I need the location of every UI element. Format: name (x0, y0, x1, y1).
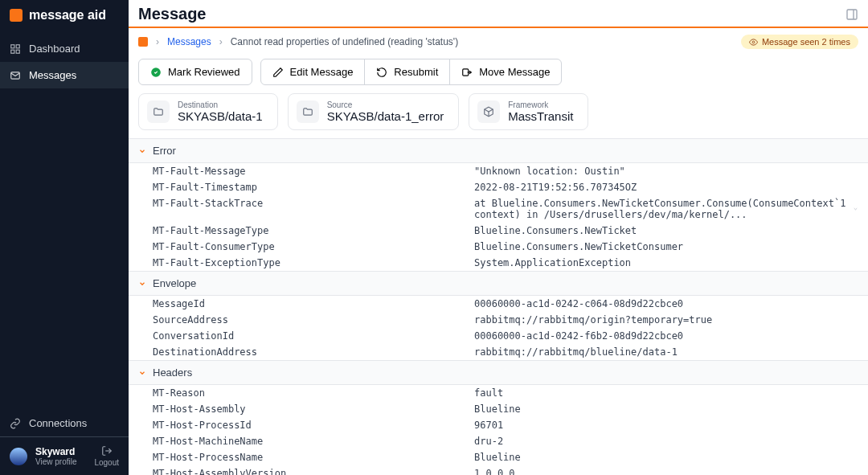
kv-row: MT-Fault-ExceptionTypeSystem.Application… (129, 255, 868, 271)
section-header-envelope[interactable]: Envelope (129, 271, 868, 296)
check-circle-icon (150, 67, 162, 78)
kv-key: MT-Fault-ConsumerType (153, 241, 474, 252)
kv-row: MT-Host-AssemblyBlueline (129, 401, 868, 417)
kv-key: MT-Host-Assembly (153, 403, 474, 415)
framework-card: Framework MassTransit (469, 93, 588, 130)
kv-key: MT-Reason (153, 387, 474, 399)
kv-value: Blueline (474, 403, 858, 415)
kv-value: 1.0.0.0 (474, 468, 858, 475)
kv-key: MT-Host-AssemblyVersion (153, 468, 474, 475)
seen-badge: Message seen 2 times (741, 35, 858, 49)
svg-rect-3 (16, 50, 19, 53)
kv-key: MT-Fault-ExceptionType (153, 257, 474, 268)
kv-key: MT-Fault-StackTrace (153, 198, 474, 220)
sections-scroll[interactable]: Error MT-Fault-Message"Unknown location:… (129, 138, 868, 475)
logout-button[interactable]: Logout (94, 445, 119, 467)
button-group: Edit Message Resubmit Move Message (260, 59, 563, 85)
kv-value: "Unknown location: Oustin" (474, 166, 858, 177)
titlebar: Message (129, 0, 868, 28)
home-icon[interactable] (138, 37, 148, 47)
kv-row: SourceAddressrabbitmq://rabbitmq/origin?… (129, 312, 868, 328)
nav: Dashboard Messages (0, 35, 129, 410)
expand-icon[interactable] (853, 204, 858, 214)
source-card: Source SKYASB/data-1_error (288, 93, 460, 130)
sidebar-item-label: Dashboard (29, 43, 80, 55)
move-icon (461, 67, 473, 78)
mark-reviewed-button[interactable]: Mark Reviewed (138, 59, 252, 85)
sidebar-item-dashboard[interactable]: Dashboard (0, 35, 129, 62)
kv-key: ConversationId (153, 330, 474, 342)
brand-text: message aid (29, 8, 106, 23)
kv-value: rabbitmq://rabbitmq/origin?temporary=tru… (474, 314, 858, 326)
cube-icon (477, 100, 500, 123)
svg-rect-2 (11, 50, 14, 53)
sidebar-item-messages[interactable]: Messages (0, 62, 129, 88)
sidebar: message aid Dashboard Messages Connectio… (0, 0, 129, 475)
envelope-icon (10, 70, 21, 81)
card-value: SKYASB/data-1_error (327, 109, 444, 123)
pencil-icon (272, 67, 284, 78)
kv-row: MT-Fault-MessageTypeBlueline.Consumers.N… (129, 223, 868, 239)
section-body-headers: MT-ReasonfaultMT-Host-AssemblyBluelineMT… (129, 385, 868, 475)
panel-toggle-icon[interactable] (845, 8, 858, 21)
kv-row: ConversationId00060000-ac1d-0242-f6b2-08… (129, 328, 868, 344)
kv-key: MT-Host-ProcessId (153, 420, 474, 431)
section-header-headers[interactable]: Headers (129, 360, 868, 385)
breadcrumb-separator: › (219, 36, 223, 47)
kv-value: fault (474, 387, 858, 399)
avatar[interactable] (10, 448, 27, 465)
kv-value: 00060000-ac1d-0242-f6b2-08d9d22cbce0 (474, 330, 858, 342)
resubmit-button[interactable]: Resubmit (364, 59, 450, 85)
breadcrumb-current: Cannot read properties of undefined (rea… (231, 36, 458, 47)
kv-row: MT-Fault-ConsumerTypeBlueline.Consumers.… (129, 239, 868, 255)
eye-icon (749, 38, 758, 47)
grid-icon (10, 43, 21, 55)
profile-view-link[interactable]: View profile (35, 457, 86, 466)
kv-value: at Blueline.Consumers.NewTicketConsumer.… (474, 198, 858, 220)
kv-row: MT-Fault-Message"Unknown location: Ousti… (129, 163, 868, 179)
section-title: Envelope (153, 277, 196, 289)
breadcrumb-separator: › (156, 36, 159, 47)
kv-row: MT-Host-MachineNamedru-2 (129, 433, 868, 449)
kv-row: MessageId00060000-ac1d-0242-c064-08d9d22… (129, 296, 868, 312)
folder-icon (147, 100, 170, 123)
action-bar: Mark Reviewed Edit Message Resubmit Move… (129, 55, 868, 93)
brand-logo (10, 9, 23, 22)
card-label: Destination (178, 100, 263, 109)
kv-key: SourceAddress (153, 314, 474, 326)
card-label: Framework (508, 100, 573, 109)
kv-key: MT-Fault-Timestamp (153, 182, 474, 193)
button-label: Edit Message (290, 66, 354, 78)
button-label: Move Message (479, 66, 550, 78)
destination-card: Destination SKYASB/data-1 (138, 93, 278, 130)
kv-row: MT-Fault-Timestamp2022-08-21T19:52:56.70… (129, 179, 868, 195)
breadcrumb-link-messages[interactable]: Messages (167, 36, 211, 47)
kv-key: DestinationAddress (153, 346, 474, 358)
svg-point-7 (752, 41, 755, 43)
button-label: Resubmit (394, 66, 438, 78)
card-label: Source (327, 100, 444, 109)
edit-message-button[interactable]: Edit Message (260, 59, 366, 85)
kv-row: MT-Host-AssemblyVersion1.0.0.0 (129, 465, 868, 475)
section-header-error[interactable]: Error (129, 138, 868, 163)
kv-key: MT-Fault-MessageType (153, 225, 474, 236)
main: Message › Messages › Cannot read propert… (129, 0, 868, 475)
seen-text: Message seen 2 times (762, 37, 850, 47)
kv-row: MT-Fault-StackTraceat Blueline.Consumers… (129, 195, 868, 223)
kv-key: MT-Fault-Message (153, 166, 474, 177)
card-value: MassTransit (508, 109, 573, 123)
section-body-envelope: MessageId00060000-ac1d-0242-c064-08d9d22… (129, 296, 868, 360)
chevron-down-icon (138, 280, 146, 288)
kv-value: dru-2 (474, 436, 858, 447)
sidebar-item-connections[interactable]: Connections (0, 410, 129, 436)
kv-key: MessageId (153, 298, 474, 309)
page-title: Message (138, 5, 207, 23)
sidebar-item-label: Messages (29, 69, 76, 81)
kv-row: DestinationAddressrabbitmq://rabbitmq/bl… (129, 344, 868, 360)
kv-value: Blueline.Consumers.NewTicket (474, 225, 858, 236)
kv-value: System.ApplicationException (474, 257, 858, 268)
section-title: Headers (153, 366, 192, 379)
svg-rect-1 (16, 44, 19, 47)
move-message-button[interactable]: Move Message (449, 59, 562, 85)
kv-value: 96701 (474, 420, 858, 431)
